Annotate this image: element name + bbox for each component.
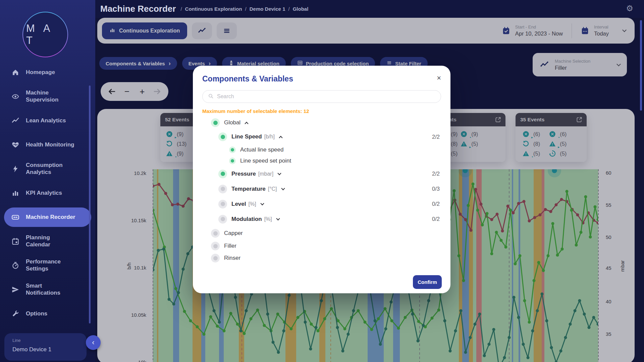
bolt-icon (11, 165, 19, 173)
selection-count: 2/2 (432, 171, 440, 177)
sidebar-item-label: Planning Calendar (26, 234, 50, 248)
send-icon (11, 286, 19, 294)
chevron-down-icon[interactable] (281, 186, 285, 190)
sidebar-item-label: Machine Supervision (26, 89, 58, 103)
selection-count: 0/3 (432, 186, 440, 192)
tree-row-capper[interactable]: Capper (202, 227, 441, 240)
unselected-radio[interactable] (211, 254, 220, 262)
radio-core (221, 187, 225, 191)
tree-row-label: Actual line speed (240, 146, 283, 153)
unselected-radio[interactable] (218, 200, 227, 208)
sidebar-item-performance-settings[interactable]: Performance Settings (0, 253, 95, 278)
recorder-icon (11, 213, 19, 221)
breadcrumb-item[interactable]: Global (293, 6, 309, 12)
brand-logo-text: M A T (23, 22, 67, 47)
chevron-down-icon[interactable] (260, 201, 264, 205)
sidebar-scrollbar[interactable] (89, 85, 91, 323)
sidebar-item-planning-calendar[interactable]: Planning Calendar (0, 229, 95, 253)
tree-row-global[interactable]: Global (202, 116, 441, 129)
sidebar-item-machine-supervision[interactable]: Machine Supervision (0, 84, 95, 109)
tree-row-label: Rinser (224, 255, 240, 261)
calendar-icon (11, 237, 19, 245)
search-input[interactable] (217, 94, 435, 100)
unselected-radio[interactable] (218, 185, 227, 193)
sidebar-item-label: Smart Notifications (26, 283, 60, 296)
sidebar-item-options[interactable]: Options (0, 302, 95, 326)
radio-core (221, 202, 225, 206)
sidebar-item-homepage[interactable]: Homepage (0, 60, 95, 84)
unselected-radio[interactable] (218, 215, 227, 224)
tree-row-line-speed[interactable]: Line Speed[b/h]2/2 (202, 129, 441, 144)
tree-row-temperature[interactable]: Temperature[°C]0/3 (202, 181, 441, 196)
tree-row-level[interactable]: Level[%]0/2 (202, 196, 441, 212)
tree-row-modulation[interactable]: Modulation[%]0/2 (202, 212, 441, 227)
max-selectable-warning: Maximum number of selectable elements: 1… (202, 108, 441, 114)
sidebar-item-label: Homepage (26, 69, 55, 76)
tree-row-unit: [%] (248, 201, 256, 207)
chevron-down-icon[interactable] (276, 217, 280, 220)
sidebar-item-kpi-analytics[interactable]: KPI Analytics (0, 181, 95, 205)
page-scrollbar[interactable] (640, 20, 642, 111)
heart-icon (11, 141, 19, 149)
breadcrumb-item[interactable]: Demo Device 1 (250, 6, 285, 12)
sidebar-item-lean-analytics[interactable]: Lean Analytics (0, 109, 95, 133)
chevron-up-icon[interactable] (245, 122, 248, 125)
unselected-radio[interactable] (211, 229, 220, 238)
line-selector-card[interactable]: Line Demo Device 1 (4, 333, 87, 361)
close-icon[interactable]: × (437, 74, 441, 82)
radio-core (213, 244, 218, 248)
tree-row-label: Filler (224, 243, 236, 249)
tree-row-label: Line Speed (231, 133, 262, 140)
sidebar-item-machine-recorder[interactable]: Machine Recorder (4, 207, 91, 227)
selected-radio[interactable] (211, 118, 220, 127)
tree-row-unit: [°C] (268, 186, 277, 192)
selected-radio[interactable] (218, 132, 227, 141)
gauge-icon (11, 261, 19, 269)
radio-core (213, 256, 218, 260)
tree-row-label: Pressure (231, 171, 256, 177)
line-value: Demo Device 1 (12, 346, 87, 353)
tree-row-actual-line-speed[interactable]: Actual line speed (202, 144, 441, 155)
search-icon (208, 93, 214, 100)
tree-row-pressure[interactable]: Pressure[mbar]2/2 (202, 166, 441, 181)
bars-icon (11, 189, 19, 197)
tree-row-unit: [mbar] (258, 171, 273, 177)
page-title: Machine Recorder (100, 4, 176, 14)
radio-core (213, 231, 218, 236)
tree-row-line-speed-set-point[interactable]: Line speed set point (202, 155, 441, 166)
sidebar-item-label: Options (26, 310, 47, 317)
breadcrumb-separator: / (245, 6, 247, 12)
trend-icon (11, 117, 19, 125)
tree-row-label: Temperature (231, 186, 266, 192)
radio-core (221, 135, 225, 139)
gear-icon[interactable]: ⚙ (626, 4, 633, 12)
tree-row-unit: [%] (264, 216, 272, 222)
sidebar: M A T HomepageMachine SupervisionLean An… (0, 0, 95, 362)
sidebar-item-label: KPI Analytics (26, 190, 62, 197)
sidebar-item-label: Health Monitoring (26, 141, 74, 148)
selected-radio[interactable] (229, 158, 236, 164)
modal-title: Components & Variables (202, 74, 441, 83)
radio-core (213, 121, 218, 125)
confirm-button[interactable]: Confirm (413, 275, 442, 289)
chevron-up-icon[interactable] (279, 136, 282, 139)
selected-radio[interactable] (218, 170, 227, 178)
tree-row-label: Level (231, 201, 246, 207)
tree-row-label: Line speed set point (240, 158, 291, 164)
unselected-radio[interactable] (211, 242, 220, 250)
breadcrumb-item[interactable]: Continuous Exploration (185, 6, 242, 12)
selected-radio[interactable] (229, 146, 236, 153)
sidebar-item-smart-notifications[interactable]: Smart Notifications (0, 278, 95, 302)
tree-row-filler[interactable]: Filler (202, 240, 441, 252)
eye-icon (11, 93, 19, 101)
chevron-down-icon[interactable] (277, 171, 281, 175)
sidebar-collapse-button[interactable]: ‹ (86, 335, 101, 350)
sidebar-item-consumption-analytics[interactable]: Consumption Analytics (0, 157, 95, 181)
top-header: Machine Recorder /Continuous Exploration… (95, 0, 644, 18)
breadcrumb: /Continuous Exploration/Demo Device 1/Gl… (180, 6, 308, 12)
tree-row-rinser[interactable]: Rinser (202, 252, 441, 264)
sidebar-item-health-monitoring[interactable]: Health Monitoring (0, 133, 95, 157)
sidebar-item-label: Consumption Analytics (26, 162, 63, 176)
brand-logo: M A T (22, 12, 68, 57)
breadcrumb-separator: / (288, 6, 289, 12)
